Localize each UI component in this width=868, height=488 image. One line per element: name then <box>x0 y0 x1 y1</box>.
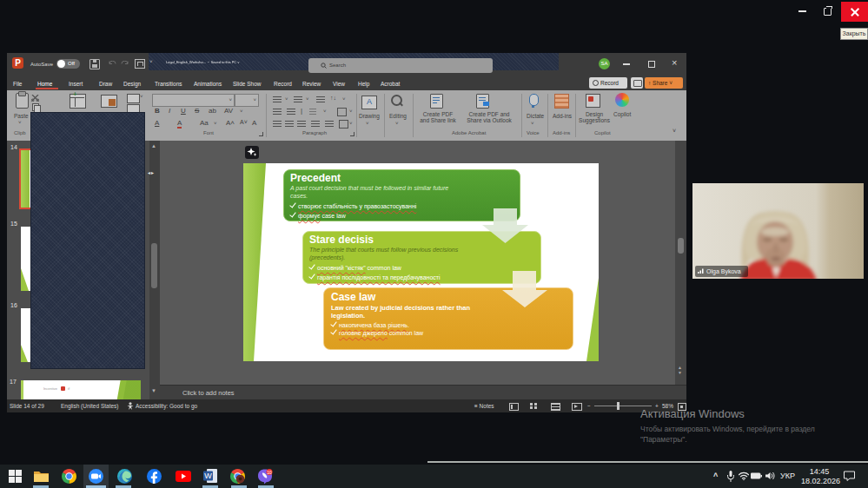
svg-text:W: W <box>204 472 212 480</box>
svg-text:10: 10 <box>267 470 272 475</box>
